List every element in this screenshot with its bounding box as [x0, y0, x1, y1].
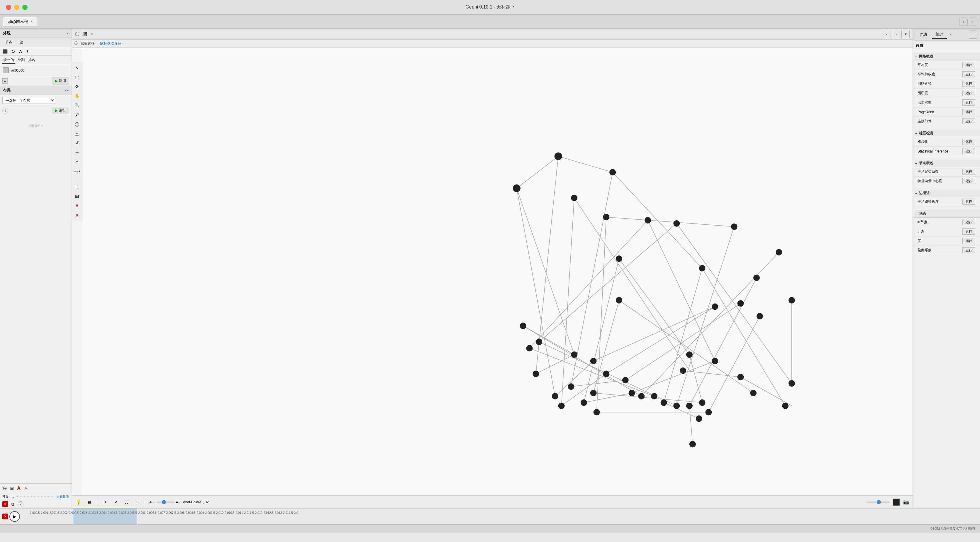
filter-tab[interactable]: 过滤: [916, 31, 931, 38]
avg-clustering-run[interactable]: 运行: [963, 169, 975, 175]
stats-tab[interactable]: 统计: [932, 30, 947, 39]
bottom-image-icon[interactable]: ⛶: [123, 498, 130, 506]
question-icon[interactable]: ?: [18, 501, 24, 507]
modularity-run[interactable]: 运行: [963, 139, 975, 145]
window-title: Gephi 0.10.1 - 无标题 7: [465, 4, 514, 10]
next-tab-button[interactable]: ›: [969, 18, 977, 26]
prev-tab-button[interactable]: ‹: [959, 18, 968, 26]
drag-tool[interactable]: ⊹: [73, 148, 81, 156]
bottom-icon-1[interactable]: ⊕: [2, 485, 8, 491]
close-button[interactable]: [6, 5, 11, 10]
graph-prev-button[interactable]: ‹: [883, 30, 891, 38]
text-size-tool-icon[interactable]: T↕: [25, 48, 31, 54]
graph-density-run[interactable]: 运行: [963, 90, 975, 96]
bottom-grid-icon[interactable]: ▦: [85, 498, 93, 506]
layout-collapse-icon[interactable]: –: [67, 88, 68, 92]
community-section-header[interactable]: – 社区检测: [913, 130, 980, 137]
avg-weighted-degree-run[interactable]: 运行: [963, 71, 975, 77]
ranking-subtab[interactable]: 排名: [27, 57, 37, 64]
minimize-button[interactable]: [14, 5, 19, 10]
connect-tool[interactable]: ⟿: [73, 167, 81, 175]
apply-button[interactable]: ▶ 应用: [52, 77, 69, 84]
tab-dynamic-graph[interactable]: 动态图示例 ×: [3, 17, 38, 26]
maximize-button[interactable]: [22, 5, 27, 10]
tab-close-icon[interactable]: ×: [31, 20, 33, 24]
layout-run-button[interactable]: ▶ 运行: [52, 107, 69, 114]
window-controls[interactable]: [6, 5, 27, 10]
hits-run[interactable]: 运行: [963, 99, 975, 105]
avg-degree-label: 平均度: [918, 62, 963, 67]
bottom-arrow-icon[interactable]: ↗: [112, 498, 119, 506]
font-size-minus[interactable]: A-: [149, 501, 153, 504]
refresh-tool-icon[interactable]: ↻: [10, 48, 16, 54]
connected-components-label: 连接部件: [918, 119, 963, 124]
x-icon[interactable]: ✕: [2, 501, 8, 507]
timeline-x-icon[interactable]: ✕: [2, 513, 8, 520]
nodes-tab[interactable]: 节点: [2, 39, 15, 46]
layers-icon[interactable]: ⧉: [10, 501, 16, 507]
bottom-icon-a-upper[interactable]: A: [16, 485, 22, 491]
color-swatch[interactable]: [3, 67, 9, 73]
partition-subtab[interactable]: 分割: [16, 57, 26, 64]
timeline-selection[interactable]: [73, 509, 137, 524]
font-size-slider[interactable]: [157, 502, 175, 503]
connected-components-run[interactable]: 运行: [963, 118, 975, 124]
timeline-play-button[interactable]: ▶: [10, 511, 20, 522]
bottom-icon-2[interactable]: ▣: [9, 485, 15, 491]
stats-avg-degree: 平均度 运行: [913, 61, 980, 70]
dynamic-section-header[interactable]: – 动态: [913, 210, 980, 218]
select-tool[interactable]: ↖: [73, 63, 81, 72]
color-slider[interactable]: [866, 502, 890, 503]
cluster-coeff-run[interactable]: 运行: [963, 247, 975, 253]
stat-inference-run[interactable]: 运行: [963, 148, 975, 154]
bottom-text-t-icon[interactable]: T: [102, 498, 109, 506]
stats-close-icon[interactable]: ×: [950, 33, 952, 37]
center-graph-tool[interactable]: ⊕: [73, 182, 81, 191]
eigenvector-run[interactable]: 运行: [963, 178, 975, 184]
grid-tool[interactable]: ▦: [73, 192, 81, 201]
minus-button[interactable]: –: [2, 78, 8, 84]
paint-tool[interactable]: 🖌: [73, 110, 81, 119]
num-edges-run[interactable]: 运行: [963, 228, 975, 234]
graph-bottom-toolbar: 💡 ▦ T ↗ ⛶ T₂ A- - A+ Arial-BoldMT, 32 📷: [72, 495, 913, 508]
edges-tab[interactable]: 边: [17, 39, 26, 46]
pan-tool[interactable]: ✋: [73, 91, 81, 100]
layout-select[interactable]: ---选择一个布局: [2, 97, 55, 104]
right-collapse-button[interactable]: –: [969, 30, 977, 39]
bottom-text2-icon[interactable]: T₂: [133, 498, 141, 506]
screenshot-button[interactable]: 📷: [903, 499, 910, 505]
graph-expand-button[interactable]: ▾: [901, 30, 910, 38]
uniform-subtab[interactable]: 统一的: [2, 57, 15, 64]
color-tool-icon[interactable]: ⬛: [2, 48, 8, 54]
appearance-close-icon[interactable]: ×: [66, 31, 68, 35]
avg-degree-run[interactable]: 运行: [963, 62, 975, 68]
bottom-light-icon[interactable]: 💡: [75, 498, 83, 506]
degree-run[interactable]: 运行: [963, 238, 975, 244]
layout-close-icon[interactable]: ×: [65, 88, 67, 92]
graph-next-button[interactable]: ›: [892, 30, 900, 38]
rect-select-tool[interactable]: ⬚: [73, 73, 81, 81]
font-size-plus[interactable]: A+: [176, 501, 180, 504]
edge-label-tool[interactable]: a: [73, 210, 81, 219]
layout-info-button[interactable]: i: [2, 108, 8, 113]
pagerank-run[interactable]: 运行: [963, 109, 975, 115]
circle-tool[interactable]: ◯: [73, 120, 81, 129]
text-tool-icon[interactable]: A: [18, 48, 24, 54]
node-section-header[interactable]: – 节点概述: [913, 159, 980, 167]
lasso-tool[interactable]: ⟳: [73, 82, 81, 91]
network-diameter-run[interactable]: 运行: [963, 81, 975, 87]
graph-close-icon[interactable]: ×: [91, 32, 93, 36]
apply-arrow-icon: ▶: [55, 79, 58, 83]
num-nodes-run[interactable]: 运行: [963, 219, 975, 225]
zoom-tool[interactable]: 🔍: [73, 101, 81, 110]
bottom-icon-a-lower[interactable]: A: [23, 485, 29, 491]
edge-section-header[interactable]: – 边概述: [913, 190, 980, 197]
reset-label[interactable]: 重新设置: [56, 494, 69, 499]
triangle-tool[interactable]: △: [73, 129, 81, 138]
color-picker[interactable]: [892, 499, 900, 505]
scissors-tool[interactable]: ✂: [73, 157, 81, 166]
rotate-tool[interactable]: ↺: [73, 139, 81, 147]
avg-path-length-run[interactable]: 运行: [963, 199, 975, 205]
node-label-tool[interactable]: A: [73, 201, 81, 210]
network-section-header[interactable]: – 网络概述: [913, 53, 980, 61]
